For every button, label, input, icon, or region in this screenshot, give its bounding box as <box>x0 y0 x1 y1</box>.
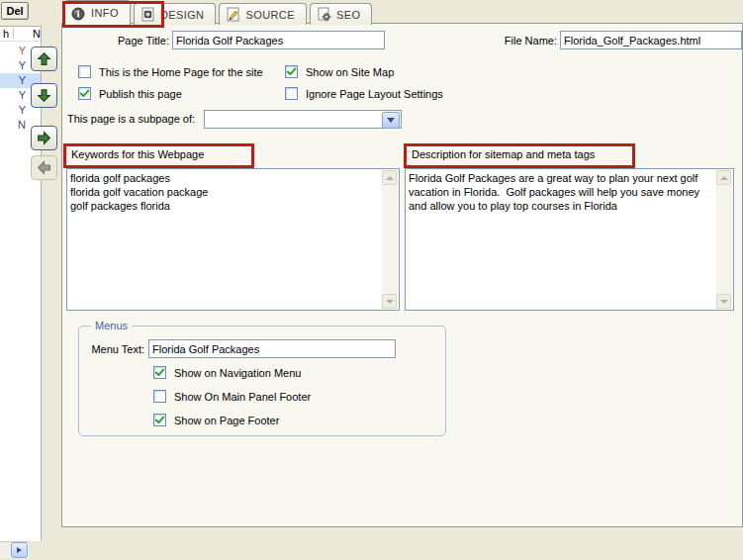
subpage-label: This page is a subpage of: <box>67 113 195 125</box>
scroll-down-button[interactable] <box>382 294 397 309</box>
file-name-input[interactable] <box>560 31 742 49</box>
scroll-right-button[interactable] <box>11 542 28 558</box>
arrow-left-icon <box>36 159 52 176</box>
tab-label: SEO <box>336 9 360 21</box>
description-text: Florida Golf Packages are a great way to… <box>409 171 713 308</box>
keywords-text: florida golf packages florida golf vacat… <box>70 171 379 308</box>
checkbox-show-main-panel-footer[interactable] <box>153 390 166 403</box>
scroll-down-button[interactable] <box>716 294 731 309</box>
checkbox-publish[interactable] <box>78 87 91 100</box>
checkbox-show-page-footer[interactable] <box>153 414 166 426</box>
publish-label: Publish this page <box>99 88 182 100</box>
delete-page-button[interactable]: Del <box>1 2 29 20</box>
checkbox-show-nav-menu[interactable] <box>153 366 166 379</box>
info-tab-panel: Page Title: File Name: This is the Home … <box>61 23 743 527</box>
move-page-up-button[interactable] <box>31 47 57 71</box>
scroll-up-button[interactable] <box>382 170 397 185</box>
seo-icon <box>317 7 331 22</box>
menu-text-input[interactable] <box>148 339 396 358</box>
menus-groupbox: Menus Menu Text: Show on Navigation Menu… <box>78 326 446 436</box>
description-textarea[interactable]: Florida Golf Packages are a great way to… <box>405 168 734 311</box>
chevron-down-icon <box>386 300 394 304</box>
app-window: Del h N Y Y Y Y Y N INFO <box>0 0 743 560</box>
arrow-right-icon <box>36 130 52 146</box>
chevron-down-icon <box>387 118 395 123</box>
check-icon <box>79 88 90 99</box>
description-label: Description for sitemap and meta tags <box>407 146 595 160</box>
grid-header-divider <box>13 28 14 39</box>
chevron-up-icon <box>386 176 394 180</box>
pages-grid-header: h N <box>0 27 41 42</box>
show-page-footer-label: Show on Page Footer <box>174 415 279 426</box>
menu-text-label: Menu Text: <box>85 343 144 355</box>
move-page-right-button[interactable] <box>31 126 57 150</box>
tab-label: SOURCE <box>245 9 294 21</box>
file-name-label: File Name: <box>488 35 557 47</box>
dropdown-button[interactable] <box>382 112 400 129</box>
move-page-left-button[interactable] <box>31 155 57 180</box>
arrow-up-icon <box>36 50 52 67</box>
tab-bar: INFO DESIGN SOURCE SEO <box>64 0 372 25</box>
show-site-map-label: Show on Site Map <box>306 66 394 78</box>
info-icon <box>71 6 86 21</box>
menus-group-caption: Menus <box>91 320 132 331</box>
grid-col-header: h <box>3 28 9 40</box>
check-icon <box>286 66 297 77</box>
tab-label: INFO <box>91 7 119 19</box>
page-title-label: Page Title: <box>68 35 169 47</box>
pages-horizontal-scrollbar[interactable] <box>0 541 29 558</box>
chevron-up-icon <box>720 176 728 180</box>
scroll-up-button[interactable] <box>716 170 731 185</box>
keywords-label: Keywords for this Webpage <box>66 146 204 160</box>
chevron-right-icon <box>17 547 22 553</box>
arrow-down-icon <box>36 87 52 104</box>
checkbox-show-site-map[interactable] <box>285 65 298 78</box>
tab-design[interactable]: DESIGN <box>134 3 217 25</box>
source-icon <box>226 7 240 22</box>
keywords-textarea[interactable]: florida golf packages florida golf vacat… <box>66 168 400 311</box>
grid-col-header: N <box>33 28 41 40</box>
home-page-label: This is the Home Page for the site <box>99 66 263 78</box>
check-icon <box>154 415 165 425</box>
move-page-down-button[interactable] <box>31 83 57 108</box>
page-title-input[interactable] <box>172 31 385 49</box>
tab-seo[interactable]: SEO <box>310 3 372 25</box>
tab-label: DESIGN <box>160 9 205 21</box>
ignore-layout-label: Ignore Page Layout Settings <box>306 88 443 100</box>
editor-area: INFO DESIGN SOURCE SEO <box>61 0 743 560</box>
description-scrollbar[interactable] <box>716 170 732 309</box>
show-main-panel-footer-label: Show On Main Panel Footer <box>174 391 311 403</box>
design-icon <box>140 7 155 22</box>
checkbox-ignore-layout[interactable] <box>285 87 298 100</box>
chevron-down-icon <box>720 300 728 304</box>
checkbox-home-page[interactable] <box>78 65 91 78</box>
tab-info[interactable]: INFO <box>64 0 131 25</box>
subpage-combobox[interactable] <box>204 110 402 129</box>
show-nav-menu-label: Show on Navigation Menu <box>174 367 301 379</box>
check-icon <box>154 367 165 378</box>
tab-source[interactable]: SOURCE <box>219 3 306 25</box>
keywords-scrollbar[interactable] <box>382 170 398 309</box>
